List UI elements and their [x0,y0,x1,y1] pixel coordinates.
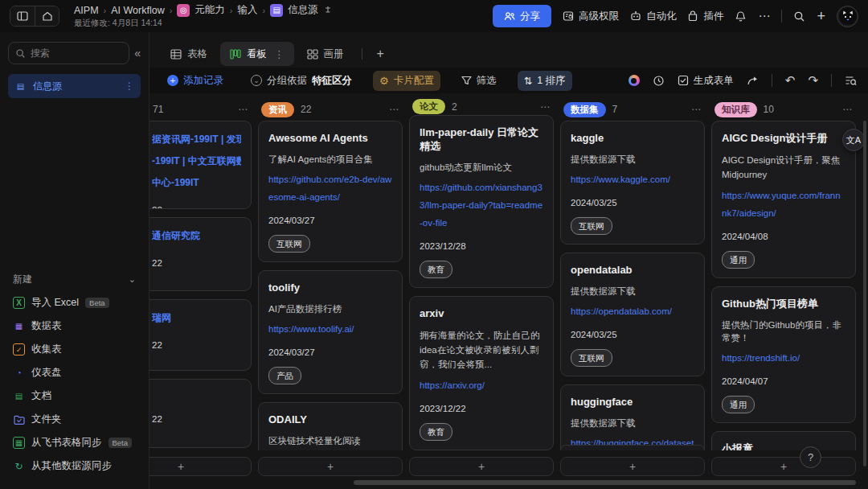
redo-button[interactable]: ↷ [808,73,818,88]
breadcrumb-item[interactable]: 元能力 [194,3,225,17]
card-url-link[interactable]: https://trendshift.io/ [722,349,845,367]
tab-gallery-view[interactable]: 画册 [297,42,354,66]
share-button[interactable]: 分享 [493,5,551,27]
sidebar-search-input[interactable]: 搜索 [8,42,129,64]
kanban-card[interactable]: 通信研究院 22 [149,217,252,291]
excel-icon: X [13,297,25,309]
tab-menu-icon[interactable]: ⋮ [274,48,285,60]
card-url-link[interactable]: https://www.yuque.com/frannnk7/aidesign/ [722,187,845,222]
group-by-button[interactable]: ⌄ 分组依据 特征区分 [244,71,358,91]
history-button[interactable] [653,75,665,87]
column-menu-icon[interactable]: ⋯ [238,104,248,115]
create-new-button[interactable]: + [817,8,825,25]
kanban-card-partial[interactable] [560,445,705,450]
ai-assistant-icon[interactable] [628,75,640,86]
column-menu-icon[interactable]: ⋯ [691,104,702,115]
kanban-card[interactable]: kaggle 提供数据源下载 https://www.kaggle.com/ 2… [560,121,705,244]
pin-icon[interactable] [323,6,333,15]
kanban-card[interactable]: 22 [149,379,252,448]
vertical-scrollbar[interactable] [863,121,866,466]
sidebar-item-collect-form[interactable]: ✓ 收集表 [8,338,141,361]
plugin-icon [687,10,698,22]
card-url-link[interactable]: https://www.kaggle.com/ [571,171,694,188]
kanban-card[interactable]: huggingface 提供数据源下载 https://huggingface.… [560,384,705,450]
tab-grid-view[interactable]: 表格 [161,42,217,66]
sidebar-item-data-table[interactable]: ▦ 数据表 [8,314,141,338]
home-button[interactable] [35,6,59,26]
sidebar-item-feishu-sync[interactable]: ▦ 从飞书表格同步 Beta [8,431,141,454]
card-config-button[interactable]: ⚙ 卡片配置 [373,71,440,91]
translate-button[interactable]: 文A [842,129,865,151]
card-tag: 通用 [722,251,755,269]
card-url-link[interactable]: https://github.com/e2b-dev/awesome-ai-ag… [268,171,392,206]
breadcrumb-item-current[interactable]: 信息源 [288,3,318,17]
sort-button[interactable]: ⇅ 1 排序 [518,71,572,91]
breadcrumb-item[interactable]: AIPM [74,5,99,16]
sidebar-item-info-source[interactable]: ▤ 信息源 ⋮ [8,74,141,98]
sidebar-item-document[interactable]: ▤ 文档 [8,384,141,408]
add-card-button[interactable]: + [258,457,403,476]
help-button[interactable]: ? [800,446,821,468]
card-url-link[interactable]: https://arxiv.org/ [420,376,543,394]
sidebar-item-import-excel[interactable]: X 导入 Excel Beta [8,291,141,314]
horizontal-scrollbar[interactable] [354,480,856,485]
breadcrumb-item[interactable]: 输入 [238,3,258,17]
kanban-card[interactable]: 据资讯网-199IT | 发现数 -199IT | 中文互联网数据 中心-199… [149,121,252,209]
new-section-header[interactable]: 新建 ⌄ [8,273,141,291]
add-card-button[interactable]: + [149,457,252,476]
add-view-button[interactable]: + [371,47,391,61]
column-menu-icon[interactable]: ⋯ [842,104,853,115]
kanban-card[interactable]: toolify AI产品数据排行榜 https://www.toolify.ai… [258,270,403,394]
advanced-permission-button[interactable]: 高级权限 [563,10,619,23]
notification-bell-button[interactable] [735,10,747,23]
tab-kanban-view[interactable]: 看板 ⋮ [220,42,294,66]
kanban-card[interactable]: llm-paper-daily 日常论文精选 github动态更新llm论文 h… [409,115,554,288]
generate-form-button[interactable]: 生成表单 [678,74,734,88]
column-menu-icon[interactable]: ⋯ [540,101,551,113]
item-menu-icon[interactable]: ⋮ [125,80,134,92]
card-title: Awesome AI Agents [268,131,392,145]
kanban-column-news: 资讯 22 ⋯ Awesome AI Agents 了解AI Agents的项目… [258,98,403,476]
kanban-card[interactable]: Awesome AI Agents 了解AI Agents的项目合集 https… [258,121,403,262]
user-avatar[interactable] [837,6,858,27]
share-view-button[interactable] [747,75,759,86]
automation-button[interactable]: 自动化 [630,10,677,23]
gauge-icon: ◔ [13,367,25,379]
filter-button[interactable]: 筛选 [455,71,503,91]
breadcrumb-item[interactable]: AI Workflow [111,5,164,16]
global-search-button[interactable] [793,10,805,23]
column-name-pill: 资讯 [261,102,294,117]
column-menu-icon[interactable]: ⋯ [389,104,399,115]
breadcrumb-separator-icon: › [104,6,107,15]
kanban-card[interactable]: AIGC Design设计手册 AIGC Design设计手册，聚焦 Midjo… [711,121,856,278]
sidebar-toggle-button[interactable] [10,6,35,26]
kanban-card[interactable]: 瑞网 22 [149,299,252,371]
kanban-card[interactable]: ODAILY 区块链技术轻量化阅读 All In One 的垂类领域导航... … [258,402,403,450]
card-url-link[interactable]: https://github.com/xianshang33/llm-paper… [420,179,543,232]
plugin-button[interactable]: 插件 [687,10,723,23]
sidebar-item-other-source-sync[interactable]: ↻ 从其他数据源同步 [8,454,141,478]
card-url-link[interactable]: https://www.toolify.ai/ [268,320,392,338]
kanban-card[interactable]: opendatalab 提供数据源下载 https://opendatalab.… [560,253,705,376]
add-card-button[interactable]: + [711,457,856,476]
sidebar-item-dashboard[interactable]: ◔ 仪表盘 [8,361,141,384]
sidebar-item-folder[interactable]: 文件夹 [8,408,141,431]
add-card-button[interactable]: + [409,457,554,476]
kanban-card[interactable]: Github热门项目榜单 提供热门的Github的项目，非常赞！ https:/… [711,286,856,423]
card-description: 提供热门的Github的项目，非常赞！ [722,318,845,344]
sidebar-item-label: 信息源 [33,80,62,93]
find-in-view-button[interactable] [845,75,857,86]
kanban-card[interactable]: arxiv 拥有海量的论文，防止自己的idea在论文被收录前被别人剽窃，我们会将… [409,296,554,450]
more-actions-button[interactable]: ⋯ [758,9,770,23]
card-url-link[interactable]: https://opendatalab.com/ [571,302,694,320]
card-tag: 互联网 [571,349,612,367]
undo-button[interactable]: ↶ [785,73,796,88]
divider [781,10,782,23]
add-card-button[interactable]: + [560,457,705,476]
search-icon [15,48,26,59]
kanban-column-papers: 论文 2 ⋯ llm-paper-daily 日常论文精选 github动态更新… [409,98,554,476]
kanban-card[interactable]: 小报童 付费专栏资讯 https://xiaobot.net/ 2024/04/… [711,431,856,450]
card-description: 区块链技术轻量化阅读 [268,434,392,447]
add-record-button[interactable]: + 添加记录 [161,71,230,91]
sidebar-collapse-button[interactable]: « [134,47,141,60]
